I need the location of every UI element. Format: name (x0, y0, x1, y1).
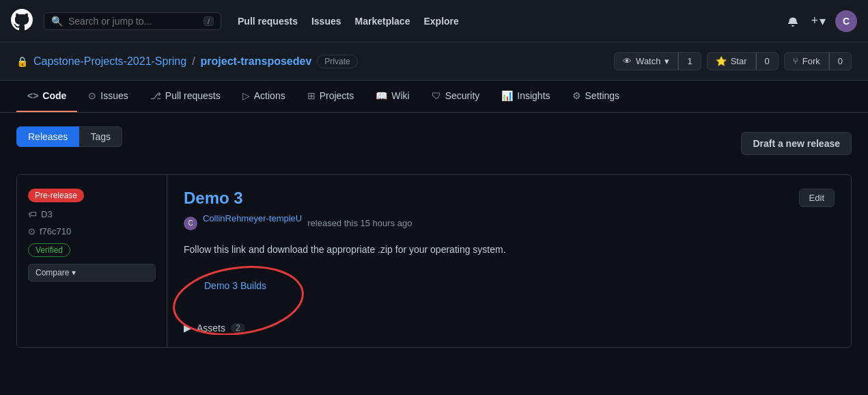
star-button[interactable]: ⭐ Star (707, 52, 756, 70)
tab-projects-label: Projects (320, 90, 354, 101)
tag-value[interactable]: D3 (41, 209, 53, 219)
tab-settings[interactable]: ⚙ Settings (561, 81, 631, 112)
tab-pr-label: Pull requests (165, 90, 221, 101)
tag-info: 🏷 D3 (28, 209, 156, 219)
repo-header: 🔒 Capstone-Projects-2021-Spring / projec… (0, 42, 868, 81)
prerelease-badge: Pre-release (28, 189, 84, 202)
nav-issues[interactable]: Issues (311, 16, 341, 27)
release-body-text: Follow this link and download the approp… (184, 243, 835, 257)
search-input[interactable] (68, 16, 198, 27)
watch-label: Watch (636, 56, 660, 66)
top-nav: 🔍 / Pull requests Issues Marketplace Exp… (0, 0, 868, 42)
tab-issues[interactable]: ⊙ Issues (77, 81, 139, 112)
tab-issues-label: Issues (100, 90, 128, 101)
assets-toggle-button[interactable]: ▶ Assets 2 (184, 323, 245, 333)
settings-icon: ⚙ (572, 90, 581, 101)
tab-code-label: Code (42, 90, 66, 101)
repo-owner-link[interactable]: Capstone-Projects-2021-Spring (33, 55, 186, 68)
search-icon: 🔍 (51, 16, 63, 27)
commit-info: ⊙ f76c710 (28, 226, 156, 236)
tab-insights-label: Insights (517, 90, 550, 101)
tab-code[interactable]: <> Code (16, 81, 77, 112)
nav-explore[interactable]: Explore (423, 16, 458, 27)
star-count[interactable]: 0 (756, 52, 779, 70)
demo-builds-link[interactable]: Demo 3 Builds (204, 280, 266, 291)
tab-insights[interactable]: 📊 Insights (490, 81, 561, 112)
tags-toggle-button[interactable]: Tags (79, 126, 122, 147)
fork-label: Fork (802, 56, 820, 66)
create-new-button[interactable]: + ▾ (811, 14, 826, 29)
notifications-button[interactable] (785, 13, 801, 29)
nav-right: + ▾ C (785, 10, 857, 32)
issues-icon: ⊙ (88, 90, 96, 101)
fork-icon: ⑂ (793, 56, 798, 66)
triangle-icon: ▶ (184, 323, 191, 333)
tab-settings-label: Settings (585, 90, 620, 101)
lock-icon: 🔒 (16, 56, 28, 67)
search-bar[interactable]: 🔍 / (44, 12, 221, 30)
tab-security[interactable]: 🛡 Security (421, 81, 491, 112)
repo-action-buttons: 👁 Watch ▾ 1 ⭐ Star 0 ⑂ Fork 0 (614, 52, 852, 70)
repo-title: 🔒 Capstone-Projects-2021-Spring / projec… (16, 55, 358, 68)
security-icon: 🛡 (432, 90, 441, 101)
repo-tabs: <> Code ⊙ Issues ⎇ Pull requests ▷ Actio… (0, 81, 868, 113)
commit-icon: ⊙ (28, 226, 36, 236)
tab-wiki-label: Wiki (391, 90, 409, 101)
nav-links: Pull requests Issues Marketplace Explore (238, 16, 774, 27)
compare-button[interactable]: Compare ▾ (28, 264, 156, 282)
repo-separator: / (192, 55, 195, 68)
nav-marketplace[interactable]: Marketplace (355, 16, 410, 27)
plus-chevron: ▾ (820, 14, 826, 29)
draft-new-release-button[interactable]: Draft a new release (741, 132, 852, 155)
fork-button[interactable]: ⑂ Fork (784, 52, 829, 70)
tab-actions[interactable]: ▷ Actions (232, 81, 296, 112)
slash-key: / (204, 16, 214, 26)
release-author-link[interactable]: CollinRehmeyer-templeU (203, 213, 302, 223)
assets-count: 2 (231, 323, 245, 333)
assets-label: Assets (197, 323, 225, 333)
assets-section: ▶ Assets 2 (184, 323, 835, 333)
user-avatar[interactable]: C (835, 10, 857, 32)
pr-icon: ⎇ (150, 90, 161, 101)
commit-value[interactable]: f76c710 (40, 226, 71, 236)
star-label: Star (731, 56, 747, 66)
release-title[interactable]: Demo 3 (184, 189, 243, 208)
edit-release-button[interactable]: Edit (799, 189, 835, 207)
private-badge: Private (317, 55, 357, 68)
fork-count[interactable]: 0 (829, 52, 852, 70)
tab-security-label: Security (445, 90, 480, 101)
code-icon: <> (27, 90, 38, 101)
release-main: Demo 3 Edit C CollinRehmeyer-templeU rel… (167, 175, 851, 347)
watch-chevron: ▾ (664, 56, 669, 66)
release-released-text: released this 15 hours ago (307, 218, 412, 228)
nav-pull-requests[interactable]: Pull requests (238, 16, 298, 27)
tab-wiki[interactable]: 📖 Wiki (365, 81, 420, 112)
release-sidebar: Pre-release 🏷 D3 ⊙ f76c710 Verified Comp… (17, 175, 167, 347)
star-icon: ⭐ (716, 56, 727, 66)
tab-actions-label: Actions (254, 90, 285, 101)
release-link-section: Demo 3 Builds (184, 267, 287, 312)
actions-icon: ▷ (242, 90, 250, 101)
tag-icon: 🏷 (28, 209, 37, 219)
main-content: Releases Tags Draft a new release Pre-re… (0, 113, 868, 362)
wiki-icon: 📖 (376, 90, 387, 101)
projects-icon: ⊞ (307, 90, 316, 101)
eye-icon: 👁 (623, 56, 632, 66)
release-card: Pre-release 🏷 D3 ⊙ f76c710 Verified Comp… (16, 174, 852, 348)
plus-label: + (811, 14, 818, 28)
github-logo[interactable] (11, 9, 33, 33)
star-count-value: 0 (765, 56, 770, 66)
tab-pull-requests[interactable]: ⎇ Pull requests (139, 81, 232, 112)
release-meta: C CollinRehmeyer-templeU released this 1… (184, 213, 835, 233)
verified-badge: Verified (28, 243, 70, 257)
tab-projects[interactable]: ⊞ Projects (296, 81, 365, 112)
releases-toggle-button[interactable]: Releases (16, 126, 79, 147)
repo-name-link[interactable]: project-transposedev (201, 55, 312, 68)
watch-count-value: 1 (687, 56, 692, 66)
release-author-avatar: C (184, 217, 197, 230)
watch-button[interactable]: 👁 Watch ▾ (614, 52, 678, 70)
releases-tags-toggle: Releases Tags (16, 126, 122, 147)
watch-count[interactable]: 1 (678, 52, 701, 70)
insights-icon: 📊 (501, 90, 513, 101)
fork-count-value: 0 (838, 56, 843, 66)
